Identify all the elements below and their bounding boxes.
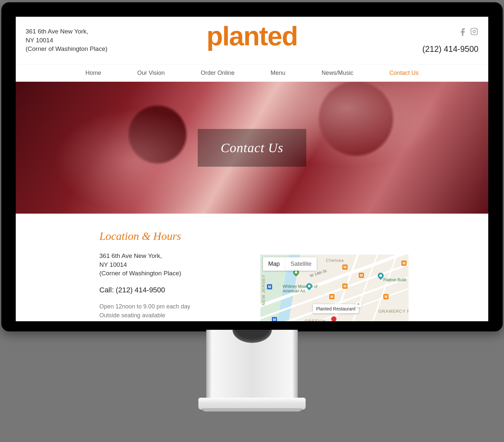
section-title: Location & Hours [99, 230, 488, 242]
map-metro-icon: M [359, 273, 364, 278]
monitor-stand-base [198, 398, 306, 410]
content-section: Location & Hours 361 6th Ave New York, N… [16, 214, 488, 320]
map-metro-icon: M [267, 284, 272, 289]
hero-title-box: Contact Us [198, 129, 306, 167]
nav-home[interactable]: Home [86, 70, 101, 76]
address-line: NY 10014 [26, 36, 108, 45]
screen: 361 6th Ave New York, NY 10014 (Corner o… [16, 17, 488, 321]
map-poi-label: Flatiron Build [383, 278, 406, 282]
hero-banner: Contact Us [16, 82, 488, 214]
map-button-map[interactable]: Map [263, 257, 285, 271]
map-metro-icon: M [342, 284, 348, 289]
map-button-satellite[interactable]: Satellite [285, 257, 317, 271]
facebook-icon[interactable] [459, 27, 467, 37]
address-line: (Corner of Washington Place) [26, 45, 108, 53]
map-metro-icon: M [383, 294, 389, 299]
map-area-label: GREENW [305, 319, 326, 321]
monitor-stand-foot [202, 408, 302, 411]
brand-logo[interactable]: planted [207, 23, 298, 50]
map-pin-label: Planted Restaurant × [313, 304, 359, 313]
hero-title: Contact Us [221, 140, 283, 156]
nav-our-vision[interactable]: Our Vision [137, 70, 165, 76]
map-pin-text: Planted Restaurant [316, 306, 355, 311]
map-metro-icon: M [329, 294, 334, 299]
monitor-stand-neck [206, 330, 298, 403]
main-nav: Home Our Vision Order Online Menu News/M… [16, 64, 488, 82]
nav-order-online[interactable]: Order Online [201, 70, 234, 76]
nav-contact-us[interactable]: Contact Us [389, 70, 418, 76]
map-metro-icon: M [272, 317, 277, 321]
map-type-controls: Map Satellite [263, 257, 317, 271]
map-area-label: Chelsea [326, 258, 344, 263]
header-bar: 361 6th Ave New York, NY 10014 (Corner o… [16, 17, 488, 64]
close-icon[interactable]: × [355, 302, 361, 307]
monitor-bezel: 361 6th Ave New York, NY 10014 (Corner o… [1, 2, 503, 331]
nav-menu[interactable]: Menu [271, 70, 285, 76]
nav-news-music[interactable]: News/Music [321, 70, 353, 76]
map-embed[interactable]: Chelsea GRAMERCY P GREENW NEW JERSEY Whi… [260, 255, 409, 321]
monitor-mockup: 361 6th Ave New York, NY 10014 (Corner o… [0, 0, 504, 442]
map-area-label: NEW JERSEY [261, 274, 266, 305]
header-right: (212) 414-9500 [422, 27, 478, 54]
address-line: 361 6th Ave New York, [26, 27, 108, 36]
map-poi-label: Whitney Museum of American Art [283, 284, 325, 293]
header-address: 361 6th Ave New York, NY 10014 (Corner o… [26, 27, 108, 53]
social-icons [422, 27, 478, 37]
map-area-label: GRAMERCY P [378, 309, 409, 314]
map-metro-icon: M [401, 261, 407, 266]
instagram-icon[interactable] [470, 27, 478, 37]
map-metro-icon: M [342, 264, 348, 270]
header-phone[interactable]: (212) 414-9500 [422, 44, 478, 54]
